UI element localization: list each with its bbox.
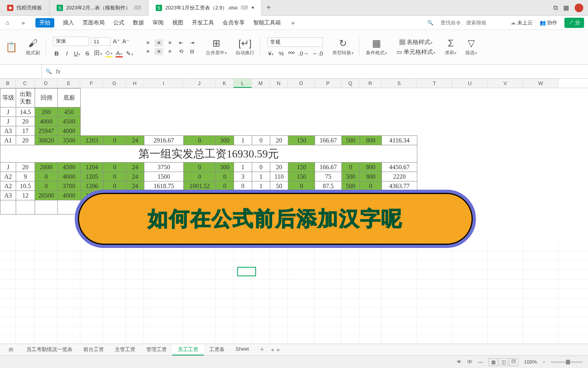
cell[interactable]: 10.5 (16, 181, 35, 191)
indent-inc-icon[interactable]: ⇥ (188, 39, 196, 46)
cell[interactable]: J (0, 107, 16, 117)
cell[interactable]: 2220 (382, 172, 417, 181)
orientation-icon[interactable]: ⟲ (177, 48, 185, 55)
cell[interactable]: 4500 (58, 117, 81, 126)
column-header[interactable]: L (234, 79, 252, 88)
header-cell[interactable]: 回佣 (35, 89, 58, 107)
decrease-font-icon[interactable]: A⁻ (122, 38, 129, 45)
cell[interactable]: 0 (184, 163, 216, 172)
menu-overflow-icon[interactable]: » (20, 19, 27, 26)
menu-insert[interactable]: 插入 (63, 19, 74, 26)
cell[interactable]: 1206 (81, 181, 103, 191)
cell[interactable]: 3700 (58, 181, 81, 191)
cell[interactable]: A1 (0, 136, 16, 145)
column-header[interactable]: S (382, 79, 417, 88)
cell[interactable]: 1203 (81, 136, 103, 145)
cell[interactable] (0, 200, 16, 215)
user-avatar[interactable] (575, 4, 583, 12)
dec-decimal-icon[interactable]: ←.0 (312, 50, 323, 57)
italic-button[interactable]: I (63, 50, 70, 57)
column-header[interactable]: H (126, 79, 144, 88)
align-center-icon[interactable]: ≡ (155, 48, 163, 55)
cell[interactable]: 1 (234, 136, 252, 145)
view-page-icon[interactable]: ◫ (499, 358, 508, 366)
column-header[interactable]: C (16, 79, 35, 88)
formula-input[interactable] (65, 65, 586, 78)
header-cell[interactable]: 出勤 天数 (16, 89, 35, 107)
fill-color-button[interactable]: ◇▾ (105, 49, 112, 57)
cell[interactable]: 24 (126, 163, 144, 172)
cell[interactable]: 20 (270, 163, 288, 172)
tab-template-store[interactable]: ◆ 找稻壳模板 (0, 0, 50, 16)
cell[interactable]: 0 (360, 181, 382, 191)
cell[interactable]: 50 (270, 181, 288, 191)
cell[interactable]: 0 (184, 172, 216, 181)
menu-formula[interactable]: 公式 (113, 19, 124, 26)
cell[interactable]: 4116.34 (382, 136, 417, 145)
align-right-icon[interactable]: ≡ (166, 48, 174, 55)
merge-across-icon[interactable]: ⊟ (188, 48, 196, 55)
column-header[interactable]: B (0, 79, 16, 88)
cell[interactable]: 75 (315, 172, 342, 181)
column-header[interactable]: V (488, 79, 523, 88)
cell[interactable]: 24 (126, 172, 144, 181)
cell[interactable]: 150 (288, 172, 315, 181)
column-header[interactable]: R (359, 79, 382, 88)
menu-review[interactable]: 审阅 (153, 19, 164, 26)
new-tab-button[interactable]: + (262, 3, 276, 12)
cell[interactable]: 0 (252, 163, 270, 172)
indent-dec-icon[interactable]: ⇤ (177, 39, 185, 46)
cell[interactable]: 3 (234, 172, 252, 181)
cell[interactable]: 87.5 (315, 181, 342, 191)
column-header[interactable]: P (315, 79, 341, 88)
cell[interactable]: 2600 (35, 163, 58, 172)
fx-icon[interactable]: fx (56, 68, 61, 75)
cell[interactable]: 200 (35, 107, 58, 117)
menu-member[interactable]: 会员专享 (223, 19, 245, 26)
cell[interactable]: A3 (0, 126, 16, 136)
sheet-tab[interactable]: Sheet (230, 344, 254, 355)
cond-format-button[interactable]: ▦ 条件格式▾ (363, 38, 389, 56)
cell[interactable]: 14.5 (16, 107, 35, 117)
sheet-scroll-icon[interactable]: ◄ ► (270, 347, 281, 353)
cloud-status[interactable]: ☁ 未上云 (511, 19, 533, 26)
highlight-button[interactable]: ✎▾ (126, 50, 133, 57)
merged-summary-cell[interactable]: 第一组实发总工资16930.59元 (0, 145, 417, 163)
cell[interactable]: 1 (234, 163, 252, 172)
cell-style-button[interactable]: ▭ 单元格样式▾ (396, 48, 435, 56)
zoom-slider[interactable] (551, 361, 582, 363)
cell[interactable]: 500 (342, 181, 360, 191)
menu-page-layout[interactable]: 页面布局 (83, 19, 105, 26)
cell[interactable]: 166.67 (315, 136, 342, 145)
cell[interactable]: 3750 (144, 163, 184, 172)
column-header[interactable]: W (523, 79, 559, 88)
zoom-level[interactable]: 100% (524, 359, 537, 365)
dash-icon[interactable]: — (478, 359, 483, 365)
cell[interactable]: 20 (270, 136, 288, 145)
cell[interactable]: 166.67 (315, 163, 342, 172)
column-header[interactable]: F (80, 79, 103, 88)
paste-group[interactable]: 📋 (3, 42, 20, 53)
column-header[interactable]: T (417, 79, 452, 88)
cell[interactable]: 800 (360, 163, 382, 172)
cell[interactable]: 0 (234, 181, 252, 191)
underline-button[interactable]: U▾ (74, 50, 81, 57)
zoom-fx-icon[interactable]: 🔍 (46, 68, 52, 74)
cell[interactable]: 1618.75 (144, 181, 184, 191)
cell[interactable]: 0 (184, 136, 216, 145)
column-header[interactable]: O (288, 79, 315, 88)
cell[interactable]: 0 (103, 181, 126, 191)
cell[interactable]: 500 (342, 172, 360, 181)
cell[interactable]: 4000 (58, 126, 81, 136)
wrap-text-button[interactable]: [↵] 自动换行 (233, 38, 260, 56)
cell[interactable]: 1001.52 (184, 181, 216, 191)
header-cell[interactable]: 等级 (0, 89, 16, 107)
cell[interactable]: 4000 (58, 172, 81, 181)
cell[interactable]: 1204 (81, 163, 103, 172)
cell[interactable]: 3500 (58, 136, 81, 145)
sheet-tab[interactable]: 员工考勤情况一览表 (21, 344, 78, 355)
align-left-icon[interactable]: ≡ (144, 48, 152, 55)
sum-button[interactable]: Σ 求和▾ (442, 38, 459, 56)
menu-data[interactable]: 数据 (133, 19, 144, 26)
sheet-tab[interactable]: 工资条 (204, 344, 230, 355)
